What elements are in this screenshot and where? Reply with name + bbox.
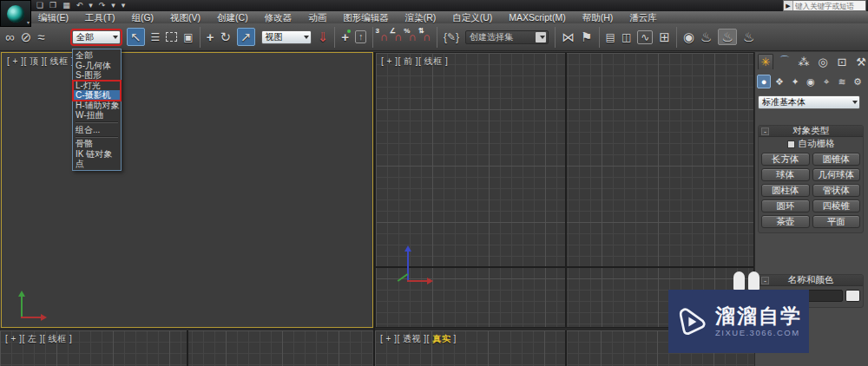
new-file-icon[interactable]: ❏: [36, 0, 43, 11]
object-type-rollout-header[interactable]: - 对象类型: [759, 126, 863, 137]
name-color-rollout-header[interactable]: - 名称和颜色: [759, 275, 863, 286]
curve-editor-icon[interactable]: ∿: [637, 30, 653, 44]
window-crossing-icon[interactable]: ▣: [183, 32, 193, 42]
edit-named-selection-sets-icon[interactable]: {✎}: [444, 32, 459, 42]
snap-toggle-3d-icon[interactable]: 3∩: [379, 30, 387, 43]
graphite-modeling-tools-icon[interactable]: ◫: [621, 32, 631, 42]
percent-snap-icon[interactable]: %∩: [408, 30, 416, 43]
pyramid-button[interactable]: 四棱锥: [812, 199, 861, 212]
viewport-perspective-label[interactable]: [ + ][ 透视 ][ 真实 ]: [380, 333, 457, 345]
select-object-button[interactable]: ↖: [127, 28, 145, 46]
app-logo-button[interactable]: ▾: [0, 0, 31, 27]
use-pivot-center-icon[interactable]: ⇓: [318, 30, 329, 43]
category-geometry-icon[interactable]: ●: [757, 75, 771, 88]
menu-maxscript[interactable]: MAXScript(M): [509, 11, 565, 23]
filter-option-combos[interactable]: 组合...: [73, 125, 121, 135]
tab-display-icon[interactable]: ⊡: [834, 54, 850, 69]
schematic-view-icon[interactable]: ⊞: [659, 30, 670, 43]
object-color-swatch[interactable]: [845, 290, 860, 302]
viewport-left[interactable]: [ + ][ 左 ][ 线框 ]: [0, 330, 373, 366]
box-button[interactable]: 长方体: [761, 153, 810, 166]
filter-option-shapes[interactable]: S-图形: [73, 70, 121, 81]
filter-option-warps[interactable]: W-扭曲: [73, 110, 121, 121]
angle-snap-icon[interactable]: ∠∩: [394, 30, 402, 43]
viewport-left-label[interactable]: [ + ][ 左 ][ 线框 ]: [5, 333, 72, 345]
select-and-link-icon[interactable]: ∞: [5, 30, 15, 43]
category-lights-icon[interactable]: ✦: [788, 75, 802, 88]
menu-create[interactable]: 创建(C): [217, 11, 248, 23]
cylinder-button[interactable]: 圆柱体: [761, 184, 810, 197]
tab-utilities-icon[interactable]: ⚒: [853, 54, 868, 69]
undo-caret-icon[interactable]: ▾: [89, 0, 93, 11]
save-file-icon[interactable]: ▦: [62, 0, 70, 11]
filter-option-cameras[interactable]: C-摄影机: [73, 90, 121, 101]
named-selection-sets-dropdown[interactable]: 创建选择集: [465, 30, 549, 44]
category-systems-icon[interactable]: ⚙: [851, 75, 865, 88]
tab-hierarchy-icon[interactable]: ⁂: [796, 54, 812, 69]
filter-option-point[interactable]: 点: [73, 159, 121, 169]
render-setup-icon[interactable]: ♨: [700, 30, 712, 43]
align-icon[interactable]: ⚑: [581, 30, 592, 43]
render-production-icon[interactable]: ♨: [743, 30, 754, 43]
select-and-scale-button[interactable]: ↗: [237, 28, 255, 46]
search-go-icon[interactable]: ▶: [784, 1, 793, 10]
category-cameras-icon[interactable]: ◉: [804, 75, 818, 88]
filter-option-all[interactable]: 全部: [73, 50, 121, 61]
sphere-button[interactable]: 球体: [761, 168, 810, 181]
menu-help[interactable]: 帮助(H): [582, 11, 614, 23]
tab-create-icon[interactable]: ✳: [758, 54, 773, 69]
viewport-top[interactable]: [ + ][ 顶 ][ 线框 ]: [1, 52, 373, 328]
rendered-frame-window-icon[interactable]: ♨: [718, 29, 736, 45]
cone-button[interactable]: 圆锥体: [812, 153, 861, 166]
viewport-top-label[interactable]: [ + ][ 顶 ][ 线框 ]: [7, 56, 74, 68]
rectangular-selection-region-icon[interactable]: [166, 32, 177, 42]
filter-option-helpers[interactable]: H-辅助对象: [73, 101, 121, 111]
menu-customize[interactable]: 自定义(U): [452, 11, 492, 23]
undo-icon[interactable]: ↶: [76, 0, 83, 11]
unlink-selection-icon[interactable]: ⊘: [21, 30, 32, 43]
keyboard-shortcut-override-icon[interactable]: ↑: [355, 30, 367, 43]
geosphere-button[interactable]: 几何球体: [812, 168, 861, 181]
filter-option-lights[interactable]: L-灯光: [73, 81, 121, 91]
menu-edit[interactable]: 编辑(E): [38, 11, 69, 23]
bind-to-space-warp-icon[interactable]: ≈: [37, 30, 44, 43]
menu-graph-editors[interactable]: 图形编辑器: [343, 11, 389, 23]
menu-tools[interactable]: 工具(T): [85, 11, 115, 23]
filter-option-ik-chain[interactable]: IK 链对象: [73, 149, 121, 160]
viewport-front-label[interactable]: [ + ][ 前 ][ 线框 ]: [381, 56, 448, 68]
select-and-rotate-icon[interactable]: ↻: [220, 30, 231, 43]
menu-animation[interactable]: 动画: [308, 11, 326, 23]
category-helpers-icon[interactable]: ⌖: [819, 75, 833, 88]
viewport-splitter-vertical[interactable]: [373, 52, 375, 366]
select-and-manipulate-icon[interactable]: +: [341, 30, 349, 43]
category-space-warps-icon[interactable]: ≋: [835, 75, 849, 88]
search-input[interactable]: [793, 2, 865, 10]
reference-coordinate-dropdown[interactable]: 视图: [261, 30, 312, 44]
tab-motion-icon[interactable]: ◎: [815, 54, 831, 69]
redo-icon[interactable]: ↷: [99, 0, 106, 11]
geometry-type-dropdown[interactable]: 标准基本体: [758, 95, 860, 109]
teapot-button[interactable]: 茶壶: [761, 215, 810, 228]
redo-caret-icon[interactable]: ▾: [111, 0, 115, 11]
plane-button[interactable]: 平面: [812, 215, 861, 228]
viewport-front[interactable]: [ + ][ 前 ][ 线框 ]: [375, 52, 754, 328]
menu-rendering[interactable]: 渲染(R): [405, 11, 437, 23]
filter-option-bone[interactable]: 骨骼: [73, 139, 121, 149]
menu-views[interactable]: 视图(V): [170, 11, 201, 23]
mirror-icon[interactable]: ⋈: [562, 30, 575, 43]
autogrid-checkbox[interactable]: [787, 141, 795, 148]
spinner-snap-icon[interactable]: ⇅∩: [423, 30, 431, 43]
toolbar-options-caret-icon[interactable]: ▾: [122, 0, 126, 11]
menu-group[interactable]: 组(G): [131, 11, 154, 23]
filter-option-geometry[interactable]: G-几何体: [73, 61, 121, 71]
tab-modify-icon[interactable]: ⌒: [777, 54, 792, 69]
category-shapes-icon[interactable]: ❖: [773, 75, 786, 88]
material-editor-icon[interactable]: ◉: [683, 30, 694, 43]
select-by-name-icon[interactable]: ☰: [151, 32, 161, 42]
menu-panyunku[interactable]: 潘云库: [629, 11, 657, 23]
open-file-icon[interactable]: ❐: [49, 0, 56, 11]
menu-modifiers[interactable]: 修改器: [265, 11, 293, 23]
select-and-move-icon[interactable]: +: [207, 30, 214, 43]
layer-manager-icon[interactable]: ▤: [606, 32, 615, 42]
selection-filter-dropdown[interactable]: 全部: [72, 30, 121, 44]
